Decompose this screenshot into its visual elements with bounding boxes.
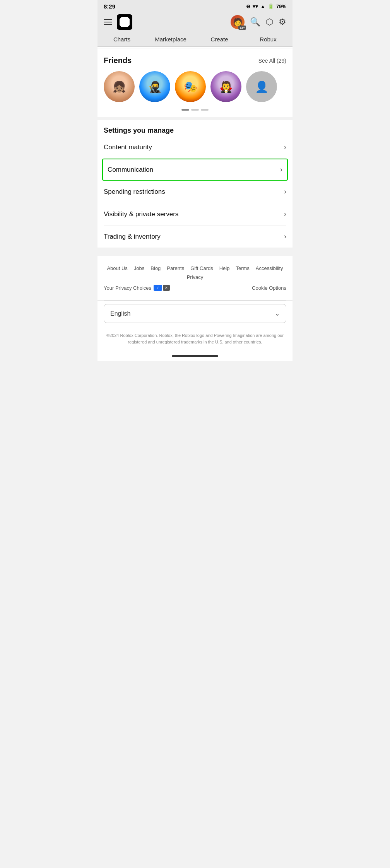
friend-avatar-3-decoration: 🎭 [184, 80, 197, 93]
user-avatar[interactable]: 🧑 13+ [231, 15, 245, 29]
tab-create[interactable]: Create [195, 33, 244, 46]
age-badge: 13+ [238, 26, 246, 30]
privacy-icon: ✓ ✕ [154, 285, 170, 291]
friends-section: Friends See All (29) 👧🏽 🥷 🎭 🧛 👤 [98, 48, 292, 117]
settings-item-visibility[interactable]: Visibility & private servers › [104, 203, 286, 226]
spacer-1 [98, 251, 292, 253]
roblox-logo-mark [120, 17, 130, 27]
footer-link-help[interactable]: Help [219, 265, 230, 271]
status-icons: ⊖ ▾▾ ▲ 🔋 79% [246, 3, 286, 9]
settings-item-visibility-label: Visibility & private servers [104, 210, 178, 218]
privacy-choices-text: Your Privacy Choices [104, 285, 151, 291]
settings-item-communication-label: Communication [108, 166, 153, 174]
friend-avatar-4-decoration: 🧛 [219, 80, 233, 93]
footer-link-blog[interactable]: Blog [151, 265, 161, 271]
privacy-choices-button[interactable]: Your Privacy Choices ✓ ✕ [104, 285, 170, 291]
status-bar: 8:29 ⊖ ▾▾ ▲ 🔋 79% [98, 0, 292, 11]
copyright-text: ©2024 Roblox Corporation. Roblox, the Ro… [104, 332, 286, 345]
chevron-visibility: › [284, 210, 286, 218]
top-nav-bar: 🧑 13+ 🔍 ⬡ ⚙ [98, 11, 292, 30]
copyright-section: ©2024 Roblox Corporation. Roblox, the Ro… [98, 329, 292, 351]
friends-title: Friends [104, 56, 132, 65]
friend-avatar-4[interactable]: 🧛 [210, 71, 241, 102]
footer-link-terms[interactable]: Terms [236, 265, 249, 271]
tab-robux[interactable]: Robux [244, 33, 292, 46]
roblox-logo[interactable] [117, 14, 132, 30]
footer-link-accessibility[interactable]: Accessibility [256, 265, 283, 271]
friends-header: Friends See All (29) [104, 56, 286, 65]
scroll-dot-2 [191, 109, 199, 111]
nav-right: 🧑 13+ 🔍 ⬡ ⚙ [231, 15, 286, 29]
do-not-disturb-icon: ⊖ [246, 3, 250, 9]
home-bar [172, 355, 218, 357]
settings-item-content-maturity[interactable]: Content maturity › [104, 136, 286, 159]
scroll-dots [104, 109, 286, 111]
friend-avatar-5[interactable]: 👤 [246, 71, 277, 102]
friend-avatar-3[interactable]: 🎭 [175, 71, 206, 102]
home-indicator [98, 351, 292, 361]
hamburger-menu[interactable] [104, 19, 112, 25]
nav-tabs: Charts Marketplace Create Robux [98, 30, 292, 47]
friend-avatar-1[interactable]: 👧🏽 [104, 71, 135, 102]
footer-link-about[interactable]: About Us [107, 265, 127, 271]
language-selector[interactable]: English ⌄ [104, 304, 286, 323]
status-time: 8:29 [104, 3, 115, 10]
battery-icon: 🔋 [268, 3, 274, 9]
chevron-communication: › [280, 166, 282, 174]
friend-avatar-2-decoration: 🥷 [148, 80, 162, 93]
chevron-trading: › [284, 232, 286, 241]
settings-item-content-maturity-label: Content maturity [104, 144, 152, 151]
battery-percent: 79% [276, 3, 286, 9]
tab-marketplace[interactable]: Marketplace [146, 33, 195, 46]
chevron-content-maturity: › [284, 143, 286, 151]
footer: About Us Jobs Blog Parents Gift Cards He… [98, 256, 292, 300]
settings-item-communication[interactable]: Communication › [102, 159, 288, 181]
footer-link-jobs[interactable]: Jobs [134, 265, 144, 271]
capture-icon[interactable]: ⬡ [266, 17, 273, 27]
language-section: English ⌄ [98, 301, 292, 329]
friends-list: 👧🏽 🥷 🎭 🧛 👤 [104, 71, 286, 105]
language-chevron-icon: ⌄ [275, 310, 280, 317]
footer-link-privacy[interactable]: Privacy [187, 274, 204, 280]
footer-links: About Us Jobs Blog Parents Gift Cards He… [104, 265, 286, 280]
signal-icon: ▲ [260, 3, 265, 9]
friend-avatar-2[interactable]: 🥷 [139, 71, 170, 102]
language-select-wrapper: English ⌄ [104, 304, 286, 323]
nav-left [104, 14, 132, 30]
settings-item-trading[interactable]: Trading & inventory › [104, 226, 286, 248]
wifi-icon: ▾▾ [253, 3, 258, 9]
tab-charts[interactable]: Charts [98, 33, 146, 46]
scroll-dot-3 [201, 109, 209, 111]
scroll-dot-1 [181, 109, 189, 111]
search-icon[interactable]: 🔍 [250, 17, 260, 27]
settings-section: Settings you manage Content maturity › C… [98, 120, 292, 248]
friend-avatar-5-decoration: 👤 [255, 80, 269, 93]
settings-item-spending-label: Spending restrictions [104, 188, 165, 196]
privacy-x-icon: ✕ [163, 285, 170, 291]
chevron-spending: › [284, 188, 286, 196]
footer-link-parents[interactable]: Parents [167, 265, 184, 271]
privacy-check-icon: ✓ [154, 285, 162, 291]
see-all-friends[interactable]: See All (29) [258, 58, 286, 64]
settings-title: Settings you manage [104, 126, 286, 135]
cookie-options-link[interactable]: Cookie Options [252, 285, 286, 291]
language-selected-value: English [110, 310, 130, 317]
footer-link-gift-cards[interactable]: Gift Cards [190, 265, 213, 271]
settings-item-spending[interactable]: Spending restrictions › [104, 181, 286, 203]
footer-privacy-row: Your Privacy Choices ✓ ✕ Cookie Options [104, 285, 286, 291]
settings-item-trading-label: Trading & inventory [104, 233, 161, 241]
settings-icon[interactable]: ⚙ [279, 17, 286, 27]
friend-avatar-1-decoration: 👧🏽 [113, 80, 126, 93]
